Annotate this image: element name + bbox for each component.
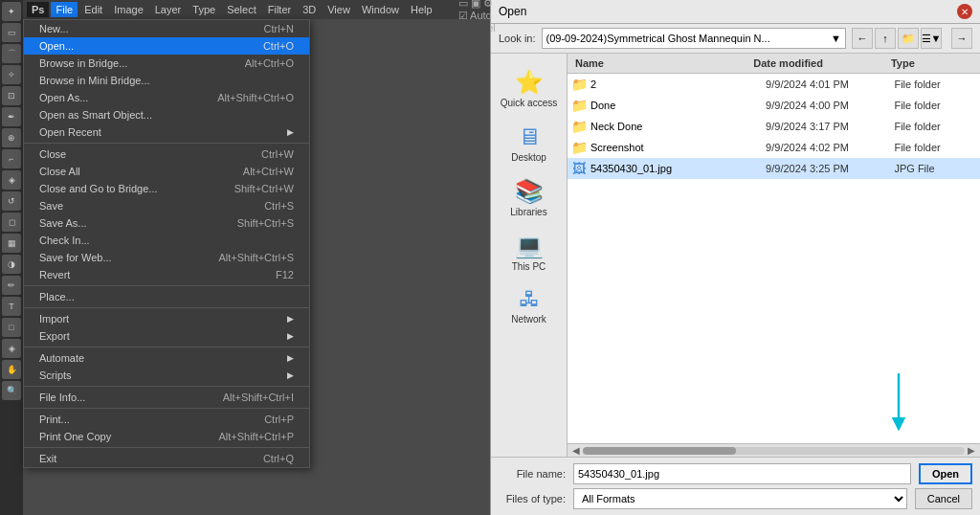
menu-automate[interactable]: Automate ▶ xyxy=(24,349,309,367)
menu-export[interactable]: Export ▶ xyxy=(24,327,309,345)
menu-close[interactable]: Close Ctrl+W xyxy=(24,146,309,163)
menu-select[interactable]: Select xyxy=(222,2,261,17)
create-folder-btn[interactable]: 📁 xyxy=(898,28,919,49)
menu-3d[interactable]: 3D xyxy=(298,2,321,17)
toolbar-icon-marquee[interactable]: ▭ xyxy=(2,23,21,42)
menu-open-recent[interactable]: Open Recent ▶ xyxy=(24,123,309,141)
menu-new[interactable]: New... Ctrl+N xyxy=(24,20,309,37)
cancel-button[interactable]: Cancel xyxy=(915,488,972,509)
menu-type[interactable]: Type xyxy=(188,2,220,17)
toolbar-icon-text[interactable]: T xyxy=(2,297,21,316)
menu-filter[interactable]: Filter xyxy=(263,2,296,17)
file-item-0[interactable]: 📁 2 9/9/2024 4:01 PM File folder xyxy=(568,74,980,95)
menu-open[interactable]: Open... Ctrl+O xyxy=(24,37,309,55)
view-options-btn[interactable]: ☰▼ xyxy=(921,28,942,49)
col-date[interactable]: Date modified xyxy=(746,56,883,71)
menu-view[interactable]: View xyxy=(323,2,355,17)
menu-ps[interactable]: Ps xyxy=(27,2,49,17)
lookin-label: Look in: xyxy=(499,33,536,44)
toolbar-icon-lasso[interactable]: ⌒ xyxy=(2,44,21,63)
dialog-close-button[interactable]: ✕ xyxy=(957,4,972,19)
toolbar-icon-eyedropper[interactable]: ✒ xyxy=(2,107,21,126)
nav-libraries[interactable]: 📚 Libraries xyxy=(496,172,563,223)
menu-window[interactable]: Window xyxy=(357,2,404,17)
nav-right-btn[interactable]: → xyxy=(951,28,972,49)
filelist-items: 📁 2 9/9/2024 4:01 PM File folder 📁 Done … xyxy=(568,74,980,443)
menu-print-one-copy[interactable]: Print One Copy Alt+Shift+Ctrl+P xyxy=(24,428,309,445)
file-date-1: 9/9/2024 4:00 PM xyxy=(766,100,894,111)
ps-menubar: Ps File Edit Image Layer Type Select Fil… xyxy=(23,0,490,19)
scrollbar-thumb[interactable] xyxy=(583,447,736,455)
menu-browse-mini-bridge[interactable]: Browse in Mini Bridge... xyxy=(24,72,309,89)
toolbar-icon-crop[interactable]: ⊡ xyxy=(2,86,21,105)
menu-close-goto-bridge[interactable]: Close and Go to Bridge... Shift+Ctrl+W xyxy=(24,180,309,197)
file-date-2: 9/9/2024 3:17 PM xyxy=(766,121,894,132)
menu-image[interactable]: Image xyxy=(109,2,148,17)
menu-scripts[interactable]: Scripts ▶ xyxy=(24,367,309,384)
menu-import[interactable]: Import ▶ xyxy=(24,310,309,327)
toolbar-icon-clone[interactable]: ◈ xyxy=(2,170,21,190)
filetype-label: Files of type: xyxy=(499,493,566,504)
menu-help[interactable]: Help xyxy=(406,2,437,17)
menu-open-smart-object[interactable]: Open as Smart Object... xyxy=(24,106,309,123)
nav-back-btn[interactable]: ← xyxy=(852,28,873,49)
menu-file-info[interactable]: File Info... Alt+Shift+Ctrl+I xyxy=(24,389,309,406)
separator-3 xyxy=(24,307,309,308)
horizontal-scrollbar[interactable]: ◀ ▶ xyxy=(568,443,980,457)
menu-save-as[interactable]: Save As... Shift+Ctrl+S xyxy=(24,214,309,232)
toolbar-icon-3d[interactable]: ◈ xyxy=(2,339,21,358)
menu-file[interactable]: File xyxy=(51,2,78,17)
toolbar-icon-dodge[interactable]: ◑ xyxy=(2,255,21,274)
scroll-right-btn[interactable]: ▶ xyxy=(965,445,978,456)
menu-exit[interactable]: Exit Ctrl+Q xyxy=(24,450,309,467)
nav-libraries-label: Libraries xyxy=(510,207,546,217)
toolbar-icon-magic[interactable]: ✧ xyxy=(2,65,21,84)
menu-close-all[interactable]: Close All Alt+Ctrl+W xyxy=(24,163,309,180)
menu-browse-bridge[interactable]: Browse in Bridge... Alt+Ctrl+O xyxy=(24,55,309,72)
col-type[interactable]: Type xyxy=(883,56,980,71)
menu-save[interactable]: Save Ctrl+S xyxy=(24,197,309,214)
nav-network[interactable]: 🖧 Network xyxy=(496,281,563,330)
menu-open-as[interactable]: Open As... Alt+Shift+Ctrl+O xyxy=(24,89,309,106)
menu-save-for-web[interactable]: Save for Web... Alt+Shift+Ctrl+S xyxy=(24,249,309,266)
nav-desktop[interactable]: 🖥 Desktop xyxy=(496,118,563,168)
separator-7 xyxy=(24,447,309,448)
toolbar-icon-brush[interactable]: ⌐ xyxy=(2,149,21,168)
menu-revert[interactable]: Revert F12 xyxy=(24,266,309,283)
toolbar-icon-pen[interactable]: ✏ xyxy=(2,276,21,295)
nav-this-pc[interactable]: 💻 This PC xyxy=(496,227,563,278)
toolbar-icon-move[interactable]: ✦ xyxy=(2,2,21,21)
file-name-2: Neck Done xyxy=(590,121,766,132)
file-item-4[interactable]: 🖼 54350430_01.jpg 9/9/2024 3:25 PM JPG F… xyxy=(568,158,980,179)
col-name[interactable]: Name xyxy=(568,56,746,71)
file-item-1[interactable]: 📁 Done 9/9/2024 4:00 PM File folder xyxy=(568,95,980,116)
menu-place[interactable]: Place... xyxy=(24,288,309,305)
toolbar-icon-patch[interactable]: ⊕ xyxy=(2,128,21,147)
separator-4 xyxy=(24,347,309,347)
toolbar-icon-shape[interactable]: □ xyxy=(2,318,21,337)
nav-up-btn[interactable]: ↑ xyxy=(875,28,896,49)
file-item-3[interactable]: 📁 Screenshot 9/9/2024 4:02 PM File folde… xyxy=(568,137,980,158)
open-button[interactable]: Open xyxy=(919,463,972,484)
toolbar-icon-history[interactable]: ↺ xyxy=(2,191,21,211)
menu-layer[interactable]: Layer xyxy=(150,2,187,17)
scrollbar-track xyxy=(583,447,965,455)
toolbar-icon-gradient[interactable]: ▦ xyxy=(2,234,21,253)
toolbar-icon-hand[interactable]: ✋ xyxy=(2,360,21,379)
lookin-dropdown-arrow[interactable]: ▼ xyxy=(831,33,841,44)
file-name-4: 54350430_01.jpg xyxy=(590,163,766,174)
filetype-select[interactable]: All Formats xyxy=(573,488,907,509)
nav-quick-access[interactable]: ⭐ Quick access xyxy=(496,63,563,114)
scroll-left-btn[interactable]: ◀ xyxy=(569,445,583,456)
toolbar-icon-zoom[interactable]: 🔍 xyxy=(2,381,21,400)
menu-print[interactable]: Print... Ctrl+P xyxy=(24,411,309,428)
menu-check-in[interactable]: Check In... xyxy=(24,232,309,249)
menu-edit[interactable]: Edit xyxy=(79,2,107,17)
separator-2 xyxy=(24,285,309,286)
separator-5 xyxy=(24,386,309,387)
dialog-filelist: Name Date modified Type 📁 2 9/9/2024 4:0… xyxy=(568,54,980,457)
lookin-combo[interactable]: (09-09-2024)Symmetrical Ghost Mannequin … xyxy=(542,28,846,49)
filename-input[interactable] xyxy=(573,463,911,484)
toolbar-icon-eraser[interactable]: ◻ xyxy=(2,213,21,232)
file-item-2[interactable]: 📁 Neck Done 9/9/2024 3:17 PM File folder xyxy=(568,116,980,137)
